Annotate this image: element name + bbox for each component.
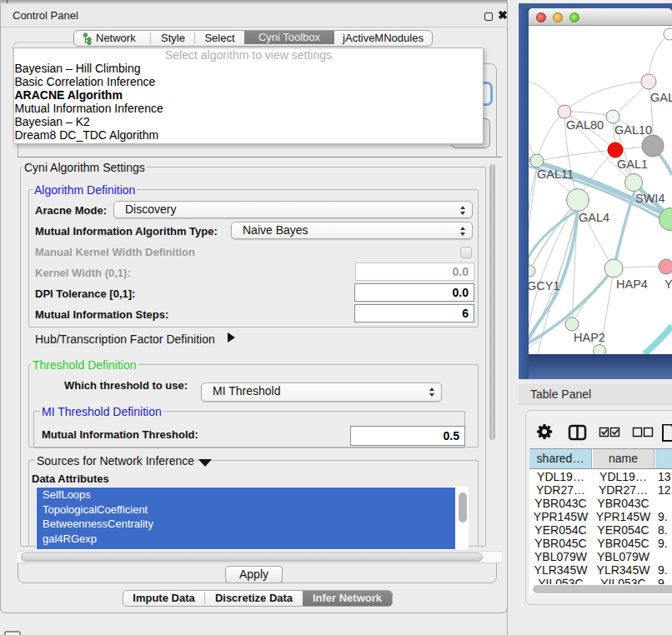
svg-text:GCY1: GCY1 [529,279,560,292]
svg-text:GAL11: GAL11 [537,168,574,181]
svg-text:GAL4: GAL4 [579,211,609,224]
svg-text:GAL10: GAL10 [614,123,652,137]
svg-text:HAP2: HAP2 [574,331,605,344]
svg-text:GAL1: GAL1 [617,158,648,171]
svg-text:Y: Y [664,278,672,291]
svg-text:HAP4: HAP4 [616,278,648,291]
svg-text:GAL80: GAL80 [566,118,604,132]
svg-text:SWI4: SWI4 [635,192,664,205]
svg-text:GAL2: GAL2 [650,91,672,104]
